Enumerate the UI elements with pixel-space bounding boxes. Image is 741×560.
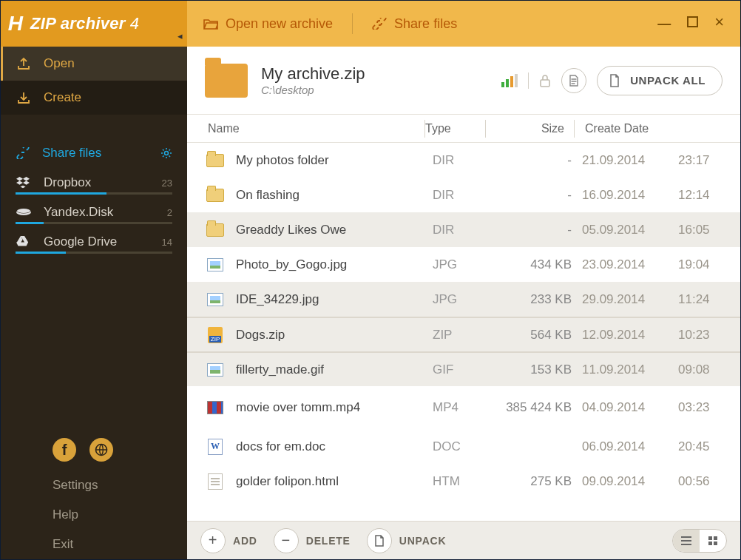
sidebar-primary: Open Create [1,47,187,115]
menubar: Open new archive Share files — × [187,1,740,47]
sidebar-share-label: Share files [42,146,101,161]
sidebar: ◂ Open Create Share files [1,47,187,559]
table-row[interactable]: IDE_34229.jpgJPG233 KB29.09.201411:24 [187,282,740,317]
table-row[interactable]: docs for em.docDOC06.09.201420:45 [187,429,740,464]
lock-icon[interactable] [539,74,551,87]
cloud-icon [16,208,32,217]
file-size: 385 424 KB [493,400,582,415]
table-row[interactable]: golder folipon.htmlHTM275 KB09.09.201400… [187,464,740,499]
archive-folder-icon [205,64,248,98]
delete-button[interactable]: − [274,528,299,553]
file-type-icon [205,186,226,204]
file-name: Dogs.zip [236,328,433,343]
file-list[interactable]: My photos folderDIR-21.09.201423:17On fl… [187,143,740,521]
cloud-count: 23 [162,178,172,189]
table-header: Name Type Size Create Date [187,115,740,143]
facebook-icon[interactable]: f [53,438,76,462]
cloud-dropbox[interactable]: Dropbox23 [1,168,187,198]
sidebar-collapse-button[interactable]: ◂ [177,30,183,41]
social-links: f [1,425,187,470]
gear-icon[interactable] [160,147,172,159]
minimize-button[interactable]: — [657,16,671,32]
footer-toolbar: + ADD − DELETE UNPACK [187,521,740,559]
col-type[interactable]: Type [425,122,486,135]
view-list-button[interactable] [673,530,700,552]
file-date: 23.09.2014 [582,257,678,272]
unpack-button[interactable] [367,528,392,553]
sidebar-open-label: Open [44,56,75,71]
table-row[interactable]: movie over tomm.mp4MP4385 424 KB04.09.20… [187,386,740,429]
view-grid-button[interactable] [700,530,726,552]
archive-path: C:\desktop [261,84,365,96]
file-size: 434 KB [493,257,582,272]
svg-rect-0 [688,17,697,27]
table-row[interactable]: Photo_by_Gogo.jpgJPG434 KB23.09.201419:0… [187,247,740,282]
brand-logo: H [1,12,30,36]
file-type: DIR [433,223,493,237]
file-time: 00:56 [678,474,723,489]
brand-version: 4 [130,14,140,33]
delete-label[interactable]: DELETE [306,535,351,547]
website-icon[interactable] [89,438,113,462]
close-button[interactable]: × [714,16,724,32]
sidebar-gap [1,115,187,138]
table-row[interactable]: fillerty_made.gifGIF153 KB11.09.201409:0… [187,351,740,386]
table-row[interactable]: ZIPDogs.zipZIP564 KB12.09.201410:23 [187,317,740,351]
file-size: - [493,188,582,203]
unpack-label[interactable]: UNPACK [399,535,447,547]
sidebar-help[interactable]: Help [1,500,187,530]
col-size[interactable]: Size [486,122,575,135]
svg-rect-6 [541,80,549,87]
window-controls: — × [657,16,740,32]
cloud-usage-bar [16,222,172,224]
add-label[interactable]: ADD [233,535,257,547]
page-icon [609,74,620,87]
unpack-all-button[interactable]: UNPACK ALL [597,66,723,95]
cloud-yandexdisk[interactable]: Yandex.Disk2 [1,198,187,227]
main-panel: My archive.zip C:\desktop [187,47,740,559]
cloud-icon [16,177,32,189]
col-name[interactable]: Name [205,122,425,135]
unpack-all-label: UNPACK ALL [630,74,706,87]
sidebar-exit[interactable]: Exit [1,530,187,559]
add-button[interactable]: + [200,528,226,553]
svg-rect-8 [714,536,717,540]
top-bar: H ZIP archiver 4 Open new archive Share … [1,1,740,47]
document-icon-button[interactable] [561,68,586,93]
file-type-icon [205,152,226,169]
file-size: 275 KB [493,474,582,489]
maximize-button[interactable] [687,16,698,32]
download-icon [16,91,32,104]
file-name: golder folipon.html [236,474,433,489]
open-new-archive-button[interactable]: Open new archive [187,10,349,38]
file-date: 11.09.2014 [582,362,678,377]
table-row[interactable]: My photos folderDIR-21.09.201423:17 [187,143,740,178]
cloud-usage-bar [16,192,172,195]
file-time: 19:04 [678,257,723,272]
sidebar-share-files[interactable]: Share files [1,138,187,168]
sidebar-item-open[interactable]: Open [1,47,187,81]
file-type: DIR [433,153,493,168]
file-time: 11:24 [678,292,723,307]
signal-icon[interactable] [501,74,518,87]
file-type: GIF [433,362,493,377]
cloud-googledrive[interactable]: Google Drive14 [1,227,187,257]
cloud-name: Google Drive [44,235,117,249]
table-row[interactable]: On flashingDIR-16.09.201412:14 [187,178,740,212]
file-type: MP4 [433,400,493,415]
table-row[interactable]: Greaddy Likes OweDIR-05.09.201416:05 [187,212,740,247]
file-type: DOC [433,439,493,454]
file-size: - [493,223,582,237]
share-files-button[interactable]: Share files [356,10,473,38]
col-date[interactable]: Create Date [575,122,723,135]
cloud-count: 14 [162,237,172,248]
file-time: 12:14 [678,188,723,203]
file-name: IDE_34229.jpg [236,292,433,307]
cloud-icon [16,236,32,248]
sidebar-item-create[interactable]: Create [1,81,187,115]
brand: H ZIP archiver 4 [1,1,187,47]
sidebar-settings[interactable]: Settings [1,470,187,500]
file-name: fillerty_made.gif [236,362,433,377]
cloud-usage-bar [16,252,172,254]
file-type-icon [205,221,226,239]
